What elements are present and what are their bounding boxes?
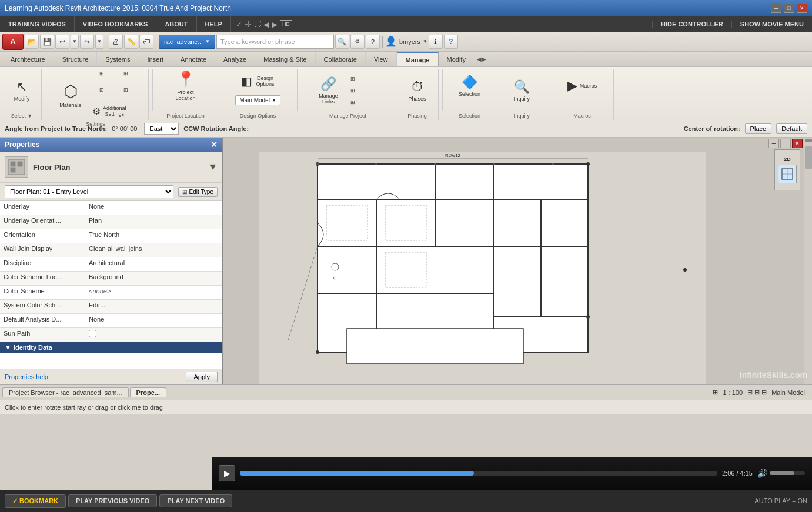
menu-training-videos[interactable]: TRAINING VIDEOS: [0, 16, 75, 32]
prop-value-orientation[interactable]: True North: [85, 229, 222, 243]
floor-plan-svg: RLW12 ↖: [259, 152, 706, 384]
macros-button[interactable]: ▶ Macros: [559, 69, 606, 102]
tab-analyze[interactable]: Analyze: [215, 52, 255, 66]
project-location-button[interactable]: 📍 ProjectLocation: [171, 69, 201, 102]
scrollbar-thumb[interactable]: [805, 146, 812, 169]
edit-type-button[interactable]: ⊞ Edit Type: [178, 187, 218, 197]
panel-close-button[interactable]: ✕: [210, 140, 218, 149]
tag-button[interactable]: 🏷: [139, 35, 153, 49]
prop-value-sun-path[interactable]: [85, 328, 222, 342]
app-menu-button[interactable]: A: [2, 34, 24, 50]
tab-view[interactable]: View: [366, 52, 397, 66]
prop-value-color-scheme-loc[interactable]: Background: [85, 272, 222, 285]
measure-button[interactable]: 📏: [124, 35, 138, 49]
tab-structure[interactable]: Structure: [54, 52, 98, 66]
redo-button[interactable]: ↪: [80, 35, 94, 49]
undo-list-button[interactable]: ▼: [71, 35, 79, 49]
menu-about[interactable]: ABOUT: [156, 16, 196, 32]
tab-insert[interactable]: Insert: [139, 52, 173, 66]
modify-button[interactable]: ↖ Modify: [7, 73, 36, 108]
prop-value-underlay-orient[interactable]: Plan: [85, 215, 222, 229]
prop-value-color-scheme[interactable]: <none>: [85, 286, 222, 299]
play-next-button[interactable]: PLAY NEXT VIDEO: [159, 494, 232, 507]
instance-row: Floor Plan: 01 - Entry Level ⊞ Edit Type: [0, 183, 222, 201]
materials-button[interactable]: ⬡ Materials: [54, 77, 86, 112]
main-model-dropdown[interactable]: Main Model ▼: [235, 95, 280, 105]
prop-value-wall-join[interactable]: Clean all wall joins: [85, 243, 222, 257]
instance-select[interactable]: Floor Plan: 01 - Entry Level: [5, 185, 173, 198]
place-button[interactable]: Place: [745, 123, 772, 134]
tab-manage[interactable]: Manage: [397, 52, 439, 66]
phases-button[interactable]: ⏱ Phases: [401, 75, 433, 107]
show-movie-menu-button[interactable]: SHOW MOVIE MENU: [731, 21, 812, 28]
settings-btn-1[interactable]: ⊞: [90, 69, 113, 85]
manage-project-btn-3[interactable]: ⊞: [348, 97, 383, 108]
nav-view-btn[interactable]: [778, 165, 797, 183]
tab-modify[interactable]: Modify: [439, 52, 474, 66]
volume-icon[interactable]: 🔊: [757, 469, 767, 478]
question-button[interactable]: ?: [444, 35, 458, 49]
search-button[interactable]: 🔍: [335, 35, 349, 49]
current-file-display[interactable]: rac_advanc... ▼: [159, 35, 215, 49]
undo-button[interactable]: ↩: [55, 35, 69, 49]
apply-button[interactable]: Apply: [186, 372, 218, 382]
manage-project-btn-1[interactable]: ⊞: [348, 73, 383, 84]
menu-video-bookmarks[interactable]: VIDEO BOOKMARKS: [75, 16, 157, 32]
settings-btn-2[interactable]: ⊞: [114, 69, 137, 85]
play-button[interactable]: ▶: [219, 465, 235, 481]
scrollbar-up-btn[interactable]: [805, 139, 812, 142]
inquiry-button[interactable]: 🔍 Inquiry: [506, 75, 538, 107]
info-button[interactable]: ℹ: [429, 35, 443, 49]
manage-links-button[interactable]: 🔗 ManageLinks: [312, 75, 345, 107]
prop-value-underlay[interactable]: None: [85, 201, 222, 215]
save-button[interactable]: 💾: [40, 35, 54, 49]
selection-button[interactable]: 🔷 Selection: [452, 69, 487, 102]
additional-settings-button[interactable]: ⚙ AdditionalSettings: [90, 102, 137, 120]
close-button[interactable]: ✕: [797, 4, 807, 13]
viewport-minimize-btn[interactable]: ─: [768, 139, 779, 148]
tab-annotate[interactable]: Annotate: [172, 52, 215, 66]
properties-help-link[interactable]: Properties help: [5, 373, 48, 380]
new-file-button[interactable]: 📂: [25, 35, 39, 49]
prop-value-system-color[interactable]: Edit...: [85, 300, 222, 313]
print-button[interactable]: 🖨: [109, 35, 123, 49]
prop-value-discipline[interactable]: Architectural: [85, 257, 222, 271]
viewport-close-btn[interactable]: ✕: [792, 139, 803, 148]
scrollbar-track[interactable]: [804, 138, 812, 384]
scale-bar: ⊞ 1 : 100 ⊞ ⊞ ⊞ Main Model: [168, 389, 810, 396]
type-dropdown-icon[interactable]: ▼: [208, 162, 218, 172]
sun-path-checkbox[interactable]: [89, 330, 96, 337]
tab-collaborate[interactable]: Collaborate: [316, 52, 366, 66]
bookmark-button[interactable]: ✓ BOOKMARK: [5, 494, 66, 508]
minimize-button[interactable]: ─: [771, 4, 781, 13]
default-button[interactable]: Default: [776, 123, 807, 134]
tab-architecture[interactable]: Architecture: [2, 52, 54, 66]
nav-prev-icon[interactable]: ◀: [263, 20, 269, 29]
nav-cube-label: 2D: [784, 156, 791, 162]
search-box[interactable]: Type a keyword or phrase: [216, 35, 334, 49]
volume-bar[interactable]: [770, 471, 805, 475]
progress-bar[interactable]: [240, 471, 717, 476]
help-icon-button[interactable]: ?: [366, 35, 380, 49]
project-browser-tab[interactable]: Project Browser - rac_advanced_sam...: [2, 387, 129, 397]
settings-btn-4[interactable]: ⊡: [114, 86, 137, 101]
viewport-maximize-btn[interactable]: □: [780, 139, 791, 148]
prop-row-orientation: Orientation True North: [0, 229, 222, 243]
properties-tab[interactable]: Prope...: [130, 387, 166, 397]
redo-list-button[interactable]: ▼: [95, 35, 103, 49]
prop-value-default-analysis[interactable]: None: [85, 314, 222, 327]
manage-project-btn-2[interactable]: ⊞: [348, 85, 383, 96]
design-options-button[interactable]: ◧ DesignOptions: [235, 69, 280, 93]
tab-massing[interactable]: Massing & Site: [255, 52, 315, 66]
settings-btn-3[interactable]: ⊡: [90, 86, 113, 101]
maximize-button[interactable]: □: [784, 4, 794, 13]
nav-next-icon[interactable]: ▶: [272, 20, 278, 29]
search-options-button[interactable]: ⚙: [350, 35, 365, 49]
tab-systems[interactable]: Systems: [97, 52, 139, 66]
play-previous-button[interactable]: PLAY PREVIOUS VIDEO: [68, 494, 157, 507]
direction-select[interactable]: East West North South: [144, 123, 179, 135]
tab-expand-button[interactable]: ◀▶: [477, 52, 486, 66]
prop-row-color-scheme-loc: Color Scheme Loc... Background: [0, 272, 222, 286]
hide-controller-button[interactable]: HIDE CONTROLLER: [652, 21, 731, 28]
menu-help[interactable]: HELP: [197, 16, 231, 32]
